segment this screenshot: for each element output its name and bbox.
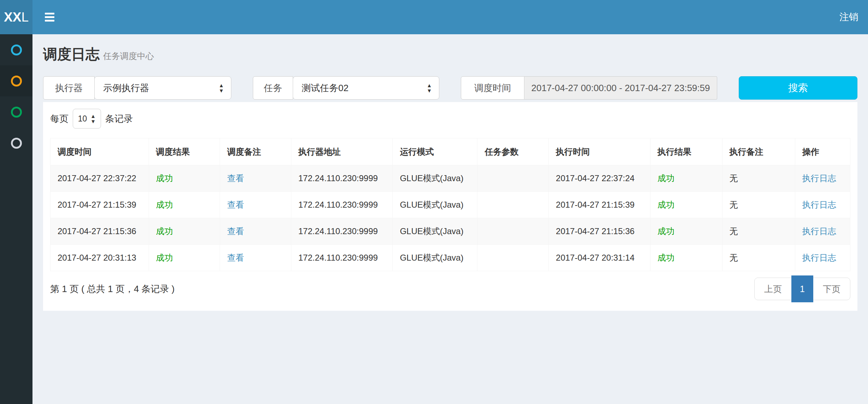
page-title-text: 调度日志 — [43, 46, 100, 62]
page-title: 调度日志任务调度中心 — [43, 43, 857, 67]
column-header-exec_result: 执行结果 — [650, 138, 722, 165]
select-arrows-icon: ▲▼ — [219, 83, 224, 93]
search-button[interactable]: 搜索 — [739, 76, 857, 100]
cell-executor_address: 172.24.110.230:9999 — [291, 245, 393, 271]
cell-schedule_result: 成功 — [149, 245, 220, 271]
job-select-value: 测试任务02 — [302, 82, 427, 94]
prev-page-button[interactable]: 上页 — [755, 278, 791, 300]
cell-action: 执行日志 — [795, 192, 850, 218]
column-header-exec_time: 执行时间 — [549, 138, 650, 165]
cell-exec_remark: 无 — [722, 218, 795, 245]
schedule-time-filter-group: 调度时间 2017-04-27 00:00:00 - 2017-04-27 23… — [461, 76, 717, 100]
cell-exec_time: 2017-04-27 20:31:14 — [549, 245, 650, 271]
select-arrows-icon: ▲▼ — [90, 113, 96, 124]
cell-action: 执行日志 — [795, 245, 850, 271]
execute-log-link[interactable]: 执行日志 — [802, 173, 836, 183]
execute-log-link[interactable]: 执行日志 — [802, 253, 836, 262]
logo-bold-text: XX — [4, 10, 21, 25]
view-schedule-remark-link[interactable]: 查看 — [227, 226, 244, 236]
column-header-exec_remark: 执行备注 — [722, 138, 795, 165]
cell-schedule_result: 成功 — [149, 165, 220, 192]
view-schedule-remark-link[interactable]: 查看 — [227, 200, 244, 209]
cell-job_param — [477, 192, 549, 218]
table-header-row: 调度时间调度结果调度备注执行器地址运行模式任务参数执行时间执行结果执行备注操作 — [50, 138, 850, 165]
navbar-spacer — [66, 0, 830, 34]
cell-schedule_time: 2017-04-27 21:15:39 — [50, 192, 149, 218]
column-header-executor_address: 执行器地址 — [291, 138, 393, 165]
cell-run_mode: GLUE模式(Java) — [393, 192, 477, 218]
table-row: 2017-04-27 21:15:36成功查看172.24.110.230:99… — [50, 218, 850, 245]
circle-icon — [11, 44, 22, 55]
cell-schedule_time: 2017-04-27 21:15:36 — [50, 218, 149, 245]
table-row: 2017-04-27 20:31:13成功查看172.24.110.230:99… — [50, 245, 850, 271]
schedule-time-range-input[interactable]: 2017-04-27 00:00:00 - 2017-04-27 23:59:5… — [524, 76, 717, 100]
pagination-info: 第 1 页 ( 总共 1 页，4 条记录 ) — [50, 283, 175, 295]
executor-select-value: 示例执行器 — [103, 82, 219, 94]
app-logo[interactable]: XXL — [0, 0, 32, 34]
job-select[interactable]: 测试任务02 ▲▼ — [293, 76, 439, 100]
sidebar-item-4[interactable] — [0, 127, 32, 159]
next-page-button[interactable]: 下页 — [813, 278, 850, 300]
view-schedule-remark-link[interactable]: 查看 — [227, 253, 244, 262]
cell-schedule_time: 2017-04-27 22:37:22 — [50, 165, 149, 192]
cell-schedule_result: 成功 — [149, 218, 220, 245]
logout-link[interactable]: 注销 — [830, 0, 868, 34]
schedule-time-filter-label: 调度时间 — [461, 76, 524, 100]
page-size-prefix-label: 每页 — [50, 113, 69, 125]
table-row: 2017-04-27 22:37:22成功查看172.24.110.230:99… — [50, 165, 850, 192]
cell-schedule_time: 2017-04-27 20:31:13 — [50, 245, 149, 271]
cell-job_param — [477, 245, 549, 271]
execute-log-link[interactable]: 执行日志 — [802, 226, 836, 236]
hamburger-icon — [45, 13, 54, 22]
cell-exec_result: 成功 — [650, 245, 722, 271]
job-filter-label: 任务 — [253, 76, 293, 100]
page-subtitle: 任务调度中心 — [103, 51, 154, 61]
cell-executor_address: 172.24.110.230:9999 — [291, 218, 393, 245]
app-root: XXL 注销 调度日志任务调度中心 执行器 示例执行器 ▲▼ 任务 — [0, 0, 868, 404]
cell-schedule_remark: 查看 — [220, 192, 291, 218]
cell-schedule_remark: 查看 — [220, 218, 291, 245]
cell-schedule_result: 成功 — [149, 192, 220, 218]
cell-executor_address: 172.24.110.230:9999 — [291, 165, 393, 192]
cell-executor_address: 172.24.110.230:9999 — [291, 192, 393, 218]
logo-light-text: L — [21, 10, 29, 25]
cell-run_mode: GLUE模式(Java) — [393, 245, 477, 271]
executor-select[interactable]: 示例执行器 ▲▼ — [94, 76, 231, 100]
sidebar-toggle-button[interactable] — [32, 0, 66, 34]
job-filter-group: 任务 测试任务02 ▲▼ — [253, 76, 439, 100]
column-header-schedule_result: 调度结果 — [149, 138, 220, 165]
column-header-run_mode: 运行模式 — [393, 138, 477, 165]
sidebar-item-2[interactable] — [0, 65, 32, 96]
circle-icon — [11, 107, 22, 118]
pagination-buttons: 上页 1 下页 — [754, 278, 850, 300]
executor-filter-group: 执行器 示例执行器 ▲▼ — [43, 76, 231, 100]
sidebar-item-3[interactable] — [0, 96, 32, 127]
column-header-job_param: 任务参数 — [477, 138, 549, 165]
cell-exec_time: 2017-04-27 21:15:39 — [549, 192, 650, 218]
current-page-button[interactable]: 1 — [791, 275, 813, 302]
executor-filter-label: 执行器 — [43, 76, 95, 100]
cell-schedule_remark: 查看 — [220, 245, 291, 271]
top-navbar: XXL 注销 — [0, 0, 868, 34]
view-schedule-remark-link[interactable]: 查看 — [227, 173, 244, 183]
cell-exec_remark: 无 — [722, 192, 795, 218]
log-list-panel: 每页 10 ▲▼ 条记录 调度时间调度结果调度备注执行器地址运行模式任务参数执行… — [43, 102, 857, 311]
cell-schedule_remark: 查看 — [220, 165, 291, 192]
cell-job_param — [477, 165, 549, 192]
page-size-suffix-label: 条记录 — [105, 113, 133, 125]
main-content: 调度日志任务调度中心 执行器 示例执行器 ▲▼ 任务 测试任务02 ▲▼ 调度时… — [32, 34, 868, 404]
sidebar-item-1[interactable] — [0, 34, 32, 65]
cell-exec_remark: 无 — [722, 165, 795, 192]
sidebar — [0, 34, 32, 404]
cell-run_mode: GLUE模式(Java) — [393, 218, 477, 245]
cell-exec_result: 成功 — [650, 192, 722, 218]
cell-run_mode: GLUE模式(Java) — [393, 165, 477, 192]
page-size-select[interactable]: 10 ▲▼ — [73, 109, 101, 129]
execute-log-link[interactable]: 执行日志 — [802, 200, 836, 209]
cell-exec_time: 2017-04-27 22:37:24 — [549, 165, 650, 192]
circle-icon — [11, 76, 22, 87]
cell-job_param — [477, 218, 549, 245]
cell-exec_remark: 无 — [722, 245, 795, 271]
column-header-schedule_time: 调度时间 — [50, 138, 149, 165]
page-size-row: 每页 10 ▲▼ 条记录 — [50, 108, 850, 129]
